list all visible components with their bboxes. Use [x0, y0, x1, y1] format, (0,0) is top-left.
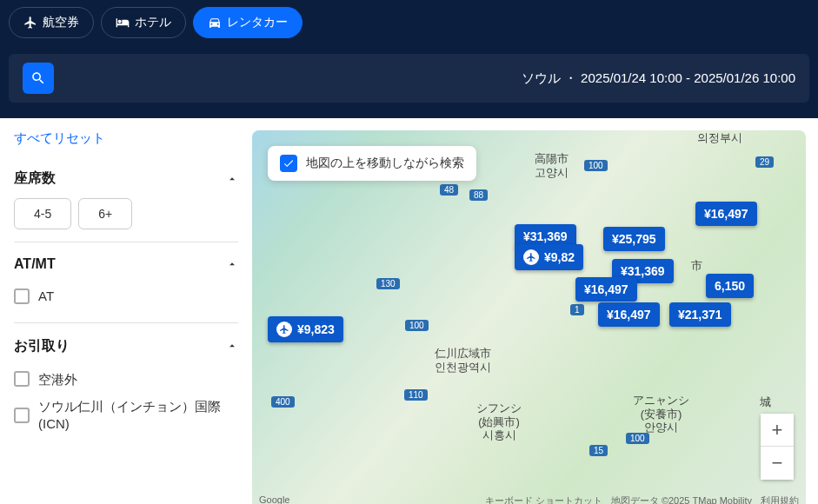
- airport-icon: [523, 249, 539, 265]
- google-logo: Google: [259, 494, 289, 504]
- checkbox-checked-icon: [280, 155, 297, 172]
- price-marker[interactable]: ¥9,823: [268, 316, 343, 342]
- map-search-toggle[interactable]: 地図の上を移動しながら検索: [268, 146, 476, 181]
- road-badge: 400: [271, 396, 295, 408]
- road-badge: 100: [405, 320, 429, 331]
- price-marker[interactable]: ¥25,795: [603, 227, 665, 251]
- seat-option-45[interactable]: 4-5: [14, 198, 71, 229]
- road-badge: 48: [440, 184, 458, 196]
- road-badge: 1: [570, 304, 584, 315]
- checkbox-at[interactable]: AT: [14, 282, 238, 310]
- search-summary: ソウル ・ 2025/01/24 10:00 - 2025/01/26 10:0…: [64, 70, 795, 87]
- filter-transmission-header[interactable]: AT/MT: [14, 256, 238, 272]
- filter-seats-header[interactable]: 座席数: [14, 169, 238, 188]
- city-label: アニャンシ(安養市)안양시: [633, 394, 689, 434]
- city-label: 高陽市고양시: [535, 152, 569, 179]
- road-badge: 29: [755, 156, 774, 168]
- price-marker[interactable]: ¥21,371: [669, 302, 731, 327]
- car-icon: [208, 16, 222, 30]
- road-badge: 88: [469, 189, 488, 201]
- price-marker[interactable]: ¥16,497: [695, 202, 757, 226]
- checkbox-icon: [14, 371, 30, 387]
- map-attr-terms[interactable]: 利用規約: [761, 494, 799, 504]
- road-badge: 100: [626, 433, 649, 444]
- road-badge: 15: [589, 445, 608, 456]
- reset-link[interactable]: すべてリセット: [14, 130, 238, 147]
- airport-icon: [276, 322, 292, 337]
- map-attr-data: 地図データ ©2025 TMap Mobility: [611, 494, 752, 504]
- checkbox-pickup-icn[interactable]: ソウル仁川（インチョン）国際 (ICN): [14, 393, 238, 437]
- search-icon: [30, 70, 46, 86]
- city-label: 城: [760, 395, 771, 409]
- checkbox-icon: [14, 408, 30, 423]
- bed-icon: [116, 16, 130, 30]
- checkbox-icon: [14, 288, 30, 304]
- chevron-up-icon: [226, 258, 238, 270]
- road-badge: 100: [584, 160, 608, 171]
- search-bar[interactable]: ソウル ・ 2025/01/24 10:00 - 2025/01/26 10:0…: [9, 54, 809, 103]
- zoom-in-button[interactable]: +: [761, 414, 794, 447]
- seat-option-6plus[interactable]: 6+: [78, 198, 132, 229]
- city-label: 의정부시: [697, 131, 742, 145]
- zoom-out-button[interactable]: −: [761, 447, 794, 480]
- tab-rental[interactable]: レンタカー: [193, 7, 303, 38]
- price-marker[interactable]: ¥16,497: [598, 302, 660, 327]
- plane-icon: [23, 16, 37, 30]
- city-label: シフンシ(始興市)시흥시: [476, 401, 522, 442]
- city-label: 市: [691, 259, 702, 273]
- map[interactable]: 地図の上を移動しながら検索 + − Google キーボード ショートカット 地…: [252, 130, 806, 504]
- search-button[interactable]: [23, 63, 54, 94]
- chevron-up-icon: [226, 173, 238, 185]
- price-marker[interactable]: ¥9,82: [515, 244, 583, 270]
- price-marker[interactable]: ¥16,497: [575, 277, 637, 302]
- filter-pickup-header[interactable]: お引取り: [14, 337, 238, 355]
- road-badge: 130: [376, 278, 400, 289]
- tab-flights[interactable]: 航空券: [9, 7, 94, 38]
- road-badge: 110: [404, 389, 428, 401]
- checkbox-pickup-offairport[interactable]: 空港外: [14, 366, 238, 394]
- map-attr-shortcuts[interactable]: キーボード ショートカット: [485, 494, 602, 504]
- city-label: 仁川広域市인천광역시: [435, 347, 491, 374]
- chevron-up-icon: [226, 340, 238, 352]
- tab-hotels[interactable]: ホテル: [101, 7, 186, 38]
- price-marker[interactable]: 6,150: [706, 274, 754, 298]
